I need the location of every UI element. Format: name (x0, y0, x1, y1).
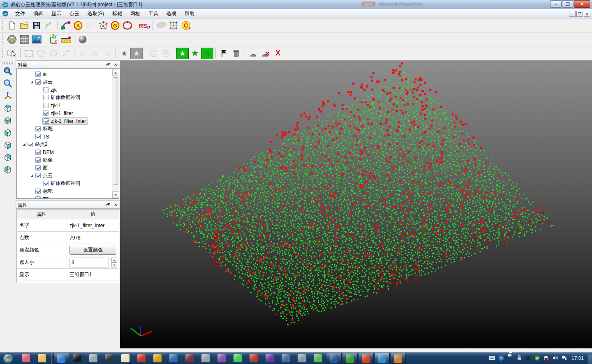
taskbar-app-qq[interactable] (69, 353, 85, 364)
tree-item[interactable]: 标靶 (17, 187, 119, 195)
action-center-flag-icon[interactable] (543, 355, 550, 361)
point-cloud-canvas[interactable] (120, 60, 592, 348)
expander-icon[interactable]: ◢ (21, 143, 27, 146)
tree-item[interactable]: zjk-1_filter (17, 109, 119, 117)
taskbar-app-orange-app[interactable] (390, 353, 406, 364)
taskbar-app-maya[interactable] (214, 353, 229, 364)
expander-icon[interactable]: ◢ (29, 174, 35, 177)
taskbar-app-powerpoint[interactable] (358, 353, 374, 364)
view-right-icon[interactable] (2, 152, 14, 163)
start-button[interactable] (0, 353, 16, 364)
axes-icon[interactable] (2, 90, 14, 101)
menu-edit[interactable]: 编辑 (29, 9, 47, 18)
menu-options[interactable]: 选项 (162, 9, 180, 18)
pointcloud-icon[interactable] (84, 20, 97, 31)
toolbar-grip[interactable] (1, 48, 5, 58)
antivirus-icon[interactable] (534, 355, 541, 361)
close-panel-icon[interactable]: ✕ (113, 62, 119, 67)
network-icon[interactable] (561, 355, 568, 361)
measure-icon[interactable] (60, 34, 72, 45)
minimize-button[interactable]: – (550, 0, 562, 8)
view-left-icon[interactable] (2, 164, 14, 175)
viewport-3d[interactable] (120, 60, 592, 348)
tree-item[interactable]: 矿体数据补洞 (17, 94, 119, 101)
flag-icon[interactable] (218, 48, 230, 59)
visibility-checkbox[interactable] (43, 181, 49, 186)
taskbar-app-dreamweaver[interactable] (182, 353, 197, 364)
delete-icon[interactable] (230, 48, 243, 59)
zoom-icon[interactable] (2, 78, 14, 89)
color-dots-icon[interactable] (167, 20, 180, 31)
show-desktop-button[interactable] (587, 355, 592, 364)
set-color-button[interactable]: 设置颜色 (69, 246, 116, 255)
visibility-checkbox[interactable] (35, 79, 41, 85)
view-middle-icon[interactable] (2, 115, 14, 126)
visibility-checkbox[interactable] (43, 103, 49, 108)
restore-button[interactable]: ❐ (562, 0, 574, 8)
target-o-icon[interactable] (121, 20, 134, 31)
visibility-checkbox[interactable] (35, 134, 41, 139)
line-select-icon[interactable] (60, 48, 72, 59)
geosphere-icon[interactable] (6, 34, 18, 45)
taskbar-app-red-ball[interactable] (246, 353, 261, 364)
tree-item[interactable]: zjk (17, 86, 119, 94)
view-back-icon[interactable] (2, 139, 14, 151)
menu-mesh[interactable]: 网格 (126, 9, 144, 18)
scanner-icon[interactable] (155, 20, 167, 31)
mdi-restore-button[interactable]: ❐ (576, 11, 583, 17)
sphere-icon[interactable] (76, 34, 89, 45)
tree-item[interactable]: DEM (17, 148, 119, 156)
menu-help[interactable]: 帮助 (180, 9, 199, 18)
usb-icon[interactable] (516, 355, 523, 361)
menu-pointcloud[interactable]: 点云 (65, 9, 83, 18)
taskbar-app-green-ball[interactable] (310, 353, 326, 364)
tree-item[interactable]: 面 (17, 164, 119, 172)
star-select-3-icon[interactable]: ☆ (101, 48, 113, 59)
tree-scrollbar[interactable]: ▲ ▼ (112, 69, 119, 198)
tree-item[interactable]: ◢点云 (17, 172, 119, 180)
save-icon[interactable] (30, 20, 43, 31)
tree-item[interactable]: 面 (17, 70, 119, 78)
taskbar-app-player[interactable] (86, 353, 101, 364)
taskbar-app-gold-app[interactable] (150, 353, 165, 364)
polygon-select-icon[interactable] (35, 48, 47, 59)
scroll-down-icon[interactable]: ▼ (112, 191, 119, 198)
visibility-checkbox[interactable] (35, 165, 41, 170)
taskbar-app-list-app[interactable] (278, 353, 294, 364)
view-front-icon[interactable] (2, 127, 14, 138)
tree-item[interactable]: TS (17, 133, 119, 141)
open-file-icon[interactable] (18, 20, 30, 31)
visibility-checkbox[interactable] (43, 95, 49, 100)
grid-icon[interactable] (18, 34, 30, 45)
revert-icon[interactable] (43, 20, 55, 31)
taskbar-app-notepad[interactable] (118, 353, 133, 364)
view-top-icon[interactable] (2, 102, 14, 114)
float-panel-icon[interactable]: 🗗 (105, 62, 111, 67)
visibility-checkbox[interactable] (44, 118, 49, 124)
volume-icon[interactable] (552, 355, 559, 361)
taskbar-clock[interactable]: 17:01 (571, 355, 584, 361)
visibility-checkbox[interactable] (35, 126, 41, 131)
scroll-up-icon[interactable]: ▲ (112, 69, 119, 76)
c2-icon[interactable]: C2 (180, 20, 192, 31)
user-icon[interactable] (525, 355, 532, 361)
rsp-icon[interactable]: RSp (138, 20, 150, 31)
visibility-checkbox[interactable] (35, 150, 41, 155)
point-size-input[interactable]: 3 (69, 258, 109, 267)
menu-display[interactable]: 显示 (47, 9, 65, 18)
axes-zyx-icon[interactable]: Zyx (47, 34, 60, 45)
expander-icon[interactable]: ◢ (29, 80, 35, 84)
taskbar-app-gray-app[interactable] (198, 353, 213, 364)
menu-tools[interactable]: 工具 (144, 9, 162, 18)
restore-windows-icon[interactable] (507, 351, 513, 358)
visibility-checkbox[interactable] (35, 189, 41, 194)
toolbar-grip[interactable] (1, 20, 5, 31)
taskbar-app-pointcloud-app[interactable] (374, 353, 390, 364)
zoom-all-icon[interactable]: A (2, 65, 14, 77)
tree-item[interactable]: zjk-1 (17, 101, 119, 109)
taskbar-app-photoshop[interactable] (166, 353, 181, 364)
menu-file[interactable]: 文件 (11, 9, 29, 18)
taskbar-app-printer-app[interactable] (294, 353, 310, 364)
tree-item[interactable]: 影像 (17, 156, 119, 164)
taskbar-app-green-app[interactable] (342, 353, 358, 364)
